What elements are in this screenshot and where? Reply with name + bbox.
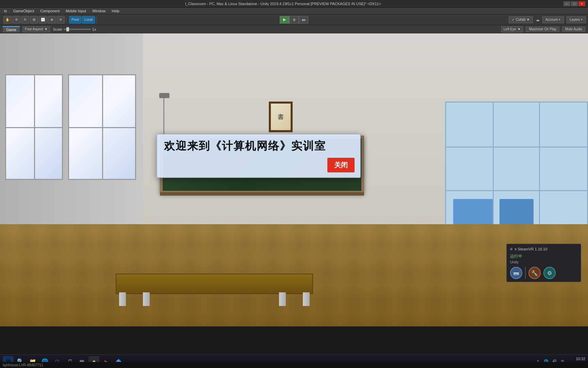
steamvr-vr-icon-btn[interactable]: 🥽	[510, 267, 522, 279]
classroom-scene: 書	[0, 33, 588, 326]
game-right-controls: Left Eye ▼ Maximize On Play Mute Audio	[501, 26, 585, 32]
custom-tool[interactable]: ✕	[56, 16, 65, 24]
right-toolbar: ✓ Collab ▼ ☁ Account ▼ Layers ▼	[509, 16, 586, 23]
menu-bar: ts GameObject Component Mobile Input Win…	[0, 7, 588, 14]
step-button[interactable]: ⏭	[299, 16, 308, 24]
steamvr-menu-icon: ≡	[510, 247, 512, 251]
steamvr-tools-icon-btn[interactable]: 🔧	[528, 267, 541, 279]
left-eye-dropdown[interactable]: Left Eye ▼	[501, 26, 523, 32]
minimize-button[interactable]: ─	[564, 1, 570, 6]
steamvr-app: Unity	[510, 260, 577, 264]
mute-audio-button[interactable]: Mute Audio	[562, 27, 585, 32]
rect-tool[interactable]: ⬜	[39, 16, 47, 24]
desk-leg-left2	[143, 292, 150, 306]
picture-frame: 書	[269, 102, 293, 132]
aspect-arrow-icon: ▼	[44, 27, 48, 31]
play-button[interactable]: ▶	[280, 16, 289, 24]
game-toolbar: Game Free Aspect ▼ Scale 1x Left Eye ▼ M…	[0, 25, 588, 33]
menu-item-component[interactable]: Component	[37, 8, 62, 14]
bottom-status-bar: lighthouse:LHR-8B4D7711	[0, 362, 588, 368]
layers-arrow: ▼	[581, 18, 583, 21]
game-tab[interactable]: Game	[3, 26, 20, 32]
steamvr-title: ≡ SteamVR 1.16.10	[514, 247, 547, 251]
scale-tool[interactable]: ⊞	[30, 16, 38, 24]
move-tool[interactable]: ✛	[12, 16, 20, 24]
projector-arm	[163, 95, 164, 136]
hand-tool[interactable]: ✋	[3, 16, 12, 24]
left-eye-arrow-icon: ▼	[517, 27, 521, 31]
maximize-button[interactable]: □	[571, 1, 578, 6]
lighthouse-status: lighthouse:LHR-8B4D7711	[3, 363, 43, 367]
checkmark-icon: ✓	[512, 18, 514, 21]
steamvr-status: 运行中	[510, 254, 577, 259]
blackboard-ledge	[160, 192, 364, 196]
aspect-dropdown[interactable]: Free Aspect ▼	[22, 26, 50, 32]
menu-item-ts[interactable]: ts	[1, 8, 10, 14]
account-button[interactable]: Account ▼	[542, 16, 564, 23]
teacher-desk	[109, 265, 320, 306]
maximize-on-play-button[interactable]: Maximize On Play	[526, 27, 559, 32]
dialog-content: 欢迎来到《计算机网络》实训室	[157, 135, 360, 158]
menu-item-gameobject[interactable]: GameObject	[11, 8, 37, 14]
clock-time: 10:32	[576, 356, 585, 361]
desk-leg-left	[119, 292, 126, 306]
local-button[interactable]: Local	[82, 16, 95, 24]
dialog-button-area: 关闭	[157, 158, 360, 177]
pivot-button[interactable]: Pivot	[69, 16, 81, 24]
cloud-icon: ☁	[536, 17, 540, 22]
steamvr-header: ≡ ≡ SteamVR 1.16.10	[510, 247, 577, 251]
title-bar: l_Classroom - PC, Mac & Linux Standalone…	[0, 0, 588, 7]
layers-button[interactable]: Layers ▼	[567, 16, 586, 23]
window-frame-2	[68, 74, 136, 180]
window-controls: ─ □ ✕	[564, 1, 585, 6]
rotate-tool[interactable]: ↻	[21, 16, 29, 24]
pivot-controls: Pivot Local	[68, 16, 97, 24]
account-arrow: ▼	[558, 18, 561, 21]
menu-item-mobile-input[interactable]: Mobile Input	[63, 8, 89, 14]
collab-button[interactable]: ✓ Collab ▼	[509, 16, 533, 23]
desk-leg-right2	[279, 292, 286, 306]
transform-tools: ✋ ✛ ↻ ⊞ ⬜ ⊕ ✕	[2, 16, 66, 24]
transform-tool[interactable]: ⊕	[48, 16, 56, 24]
taskbar: ⊞ 🔍 📁 🌐 ⬡ 🎵 🎮 ◈ ▶ 🔷 ^ 🌐 🔊 中 10:32 2021/5…	[0, 354, 588, 368]
scale-control: Scale 1x	[53, 27, 96, 31]
projector-body	[159, 93, 169, 98]
desk-leg-right	[303, 292, 310, 306]
steamvr-icons-row: 🥽 🔧 ⚙	[510, 267, 577, 279]
menu-item-window[interactable]: Window	[89, 8, 108, 14]
pause-button[interactable]: ⏸	[289, 16, 299, 24]
dialog-close-button[interactable]: 关闭	[327, 158, 355, 172]
welcome-dialog: 欢迎来到《计算机网络》实训室 关闭	[157, 134, 361, 178]
steamvr-settings-icon-btn[interactable]: ⚙	[543, 267, 556, 279]
steamvr-panel: ≡ ≡ SteamVR 1.16.10 运行中 Unity 🥽 🔧 ⚙	[506, 244, 581, 282]
dialog-title-text: 欢迎来到《计算机网络》实训室	[164, 139, 326, 154]
menu-item-help[interactable]: Help	[109, 8, 122, 14]
unity-toolbar: ✋ ✛ ↻ ⊞ ⬜ ⊕ ✕ Pivot Local ▶ ⏸ ⏭ ✓ Collab…	[0, 14, 588, 25]
window-title: l_Classroom - PC, Mac & Linux Standalone…	[3, 2, 564, 6]
scale-slider[interactable]	[64, 29, 91, 30]
window-frame-1	[5, 74, 63, 180]
play-controls: ▶ ⏸ ⏭	[280, 16, 308, 24]
close-button[interactable]: ✕	[578, 1, 585, 6]
game-view: 書	[0, 33, 588, 326]
